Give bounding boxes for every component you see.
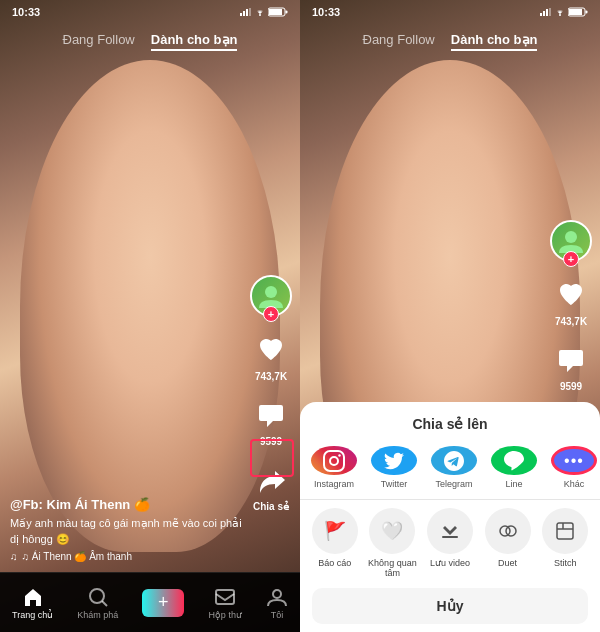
like-button-left[interactable]: 743,7K [252, 331, 290, 382]
wifi-icon [255, 8, 265, 16]
creator-avatar[interactable]: + [250, 275, 292, 317]
explore-label: Khám phá [77, 610, 118, 620]
nav-profile-left[interactable]: Tôi [266, 586, 288, 620]
share-apps-row: Instagram Twitter Telegram [300, 446, 600, 499]
like-count-left: 743,7K [255, 371, 287, 382]
svg-rect-13 [543, 11, 545, 16]
home-icon [22, 586, 44, 608]
comment-count-right: 9599 [560, 381, 582, 392]
report-icon: 🚩 [312, 508, 358, 554]
comment-button-right[interactable]: 9599 [552, 341, 590, 392]
share-app-twitter[interactable]: Twitter [370, 446, 418, 489]
svg-rect-2 [246, 9, 248, 16]
share-app-line[interactable]: Line [490, 446, 538, 489]
action-save[interactable]: Lưu video [425, 508, 475, 578]
report-label: Báo cáo [318, 558, 351, 568]
svg-point-11 [273, 590, 281, 598]
right-actions-right: + 743,7K 9599 [550, 220, 592, 392]
cancel-button[interactable]: Hủy [312, 588, 588, 624]
nav-create-left[interactable]: + [142, 589, 184, 617]
bottom-nav-left: Trang chủ Khám phá + Hộp thư Tôi [0, 572, 300, 632]
heart-icon-left [252, 331, 290, 369]
nav-home-left[interactable]: Trang chủ [12, 586, 53, 620]
follow-plus-icon-right[interactable]: + [563, 251, 579, 267]
nav-explore-left[interactable]: Khám phá [77, 586, 118, 620]
twitter-label: Twitter [381, 479, 408, 489]
duet-icon [485, 508, 531, 554]
svg-rect-18 [569, 9, 582, 15]
like-count-right: 743,7K [555, 316, 587, 327]
svg-rect-3 [249, 8, 251, 16]
duet-label: Duet [498, 558, 517, 568]
line-icon [491, 446, 537, 475]
tab-foryou-left[interactable]: Dành cho bạn [151, 32, 238, 51]
tab-following-left[interactable]: Đang Follow [63, 32, 135, 51]
svg-point-9 [90, 589, 104, 603]
svg-rect-6 [269, 9, 282, 15]
create-icon: + [142, 589, 184, 617]
action-duet[interactable]: Duet [483, 508, 533, 578]
search-icon [87, 586, 109, 608]
share-app-more[interactable]: ••• Khác [550, 446, 598, 489]
twitter-icon [371, 446, 417, 475]
save-icon [427, 508, 473, 554]
video-music: ♫ ♫ Ái Thenn 🍊 Âm thanh [10, 551, 245, 562]
status-icons-left [240, 7, 288, 17]
save-label: Lưu video [430, 558, 470, 568]
svg-rect-19 [586, 11, 588, 14]
stitch-label: Stitch [554, 558, 577, 568]
tab-following-right[interactable]: Đang Follow [363, 32, 435, 51]
time-left: 10:33 [12, 6, 40, 18]
divider-1 [300, 499, 600, 500]
nav-tabs-left: Đang Follow Dành cho bạn [0, 24, 300, 59]
left-phone: 10:33 Đang Follow Dành cho bạn + 743 [0, 0, 300, 632]
signal-icon [240, 8, 252, 16]
svg-point-22 [330, 457, 338, 465]
svg-point-23 [338, 454, 340, 456]
video-description: Mấy anh màu tag cô gái mạnh mẽ vào coi p… [10, 516, 245, 547]
instagram-icon [311, 446, 357, 475]
share-highlight-box [250, 439, 294, 477]
profile-icon [266, 586, 288, 608]
inbox-icon [214, 586, 236, 608]
battery-icon [268, 7, 288, 17]
share-app-telegram[interactable]: Telegram [430, 446, 478, 489]
time-right: 10:33 [312, 6, 340, 18]
share-app-instagram[interactable]: Instagram [310, 446, 358, 489]
line-label: Line [505, 479, 522, 489]
svg-point-26 [506, 526, 516, 536]
svg-point-8 [265, 286, 277, 298]
status-bar-right: 10:33 [300, 0, 600, 24]
not-interested-label: Không quan tâm [368, 558, 418, 578]
nav-inbox-left[interactable]: Hộp thư [208, 586, 242, 620]
action-stitch[interactable]: Stitch [540, 508, 590, 578]
music-label: ♫ Ái Thenn 🍊 Âm thanh [22, 551, 132, 562]
svg-rect-12 [540, 13, 542, 16]
comment-icon-right [552, 341, 590, 379]
action-report[interactable]: 🚩 Báo cáo [310, 508, 360, 578]
tab-foryou-right[interactable]: Dành cho bạn [451, 32, 538, 51]
stitch-icon [542, 508, 588, 554]
more-label: Khác [564, 479, 585, 489]
comment-icon-left [252, 396, 290, 434]
svg-point-4 [259, 14, 261, 16]
signal-icon-right [540, 8, 552, 16]
svg-rect-21 [324, 451, 344, 471]
status-bar-left: 10:33 [0, 0, 300, 24]
inbox-label: Hộp thư [208, 610, 242, 620]
creator-avatar-right[interactable]: + [550, 220, 592, 262]
nav-tabs-right: Đang Follow Dành cho bạn [300, 24, 600, 59]
share-label-left: Chia sẻ [253, 501, 289, 512]
video-info-left: @Fb: Kim Ái Thenn 🍊 Mấy anh màu tag cô g… [10, 497, 245, 562]
right-phone: 10:33 Đang Follow Dành cho bạn + 743, [300, 0, 600, 632]
share-sheet: Chia sẻ lên Instagram Twitter [300, 402, 600, 632]
like-button-right[interactable]: 743,7K [552, 276, 590, 327]
music-note-icon: ♫ [10, 551, 18, 562]
svg-rect-7 [286, 11, 288, 14]
action-not-interested[interactable]: 🤍 Không quan tâm [368, 508, 418, 578]
follow-plus-icon[interactable]: + [263, 306, 279, 322]
svg-rect-15 [549, 8, 551, 16]
svg-rect-14 [546, 9, 548, 16]
svg-point-20 [565, 231, 577, 243]
home-label: Trang chủ [12, 610, 53, 620]
